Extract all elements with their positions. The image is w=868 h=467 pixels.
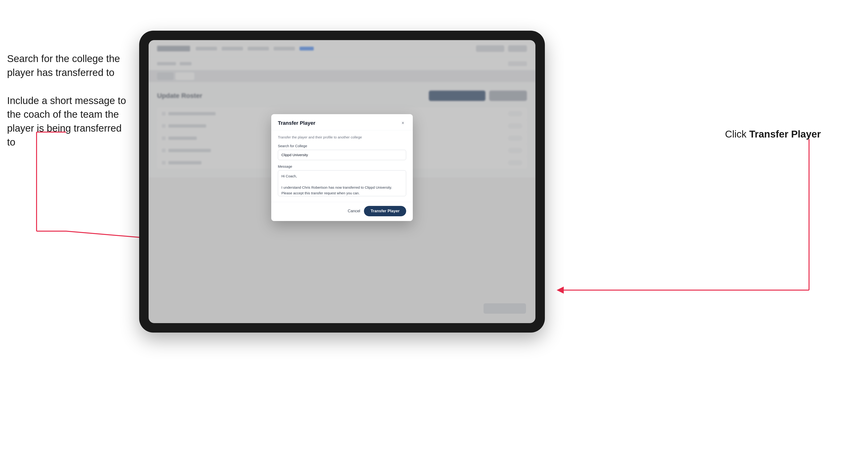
message-value: Hi Coach,I understand Chris Robertson ha… xyxy=(281,174,392,195)
message-textarea[interactable]: Hi Coach,I understand Chris Robertson ha… xyxy=(278,170,406,196)
modal-overlay: Transfer Player × Transfer the player an… xyxy=(149,40,535,323)
cancel-button[interactable]: Cancel xyxy=(348,209,360,214)
transfer-player-modal: Transfer Player × Transfer the player an… xyxy=(271,114,413,221)
right-annotation: Click Transfer Player xyxy=(725,127,821,141)
tablet-screen: Update Roster xyxy=(149,40,535,323)
annotation-click-prefix: Click xyxy=(725,129,749,139)
modal-body: Transfer the player and their profile to… xyxy=(271,130,413,202)
modal-close-button[interactable]: × xyxy=(400,120,406,126)
message-label: Message xyxy=(278,164,406,168)
tablet-frame: Update Roster xyxy=(139,31,545,333)
modal-title: Transfer Player xyxy=(278,120,315,126)
svg-marker-7 xyxy=(557,286,564,294)
annotation-search: Search for the college the player has tr… xyxy=(7,52,130,80)
transfer-player-button[interactable]: Transfer Player xyxy=(364,206,406,216)
college-input-value: Clippd University xyxy=(281,153,308,157)
modal-description: Transfer the player and their profile to… xyxy=(278,135,406,139)
modal-header: Transfer Player × xyxy=(271,114,413,130)
modal-footer: Cancel Transfer Player xyxy=(271,202,413,221)
annotation-transfer-label: Transfer Player xyxy=(749,129,821,139)
college-label: Search for College xyxy=(278,144,406,148)
left-annotations: Search for the college the player has tr… xyxy=(7,52,130,163)
college-input[interactable]: Clippd University xyxy=(278,150,406,160)
annotation-message: Include a short message to the coach of … xyxy=(7,94,130,149)
